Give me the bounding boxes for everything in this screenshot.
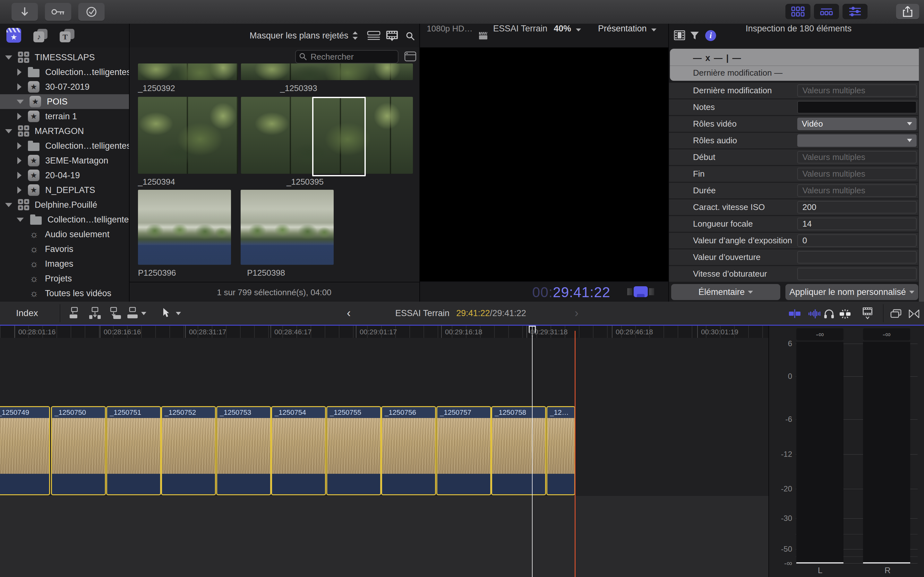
browser-search-button[interactable]	[405, 31, 415, 42]
sidebar-item-images[interactable]: ☼Images	[0, 256, 129, 271]
sidebar-item-pois[interactable]: ★POIS	[0, 94, 129, 109]
sidebar-item-30-07-2019[interactable]: ★30-07-2019	[0, 79, 129, 94]
disclosure-triangle-icon[interactable]	[17, 172, 21, 179]
panel-divider[interactable]	[129, 47, 129, 301]
disclosure-triangle-icon[interactable]	[5, 203, 12, 207]
video-roles-select[interactable]: Vidéo	[797, 118, 917, 130]
disclosure-triangle-icon[interactable]	[17, 157, 21, 164]
timeline-clip[interactable]: _12…	[546, 406, 575, 495]
timeline-clip[interactable]: _1250753	[216, 406, 271, 495]
sidebar-item-collections-2[interactable]: Collection…telligentes	[0, 139, 129, 153]
browser-search-field[interactable]	[295, 50, 399, 63]
playhead[interactable]	[532, 326, 533, 577]
sidebar-item-projets[interactable]: ☼Projets	[0, 271, 129, 286]
filmstrip-thumbnail[interactable]	[138, 63, 238, 80]
filmstrip-view-button[interactable]	[386, 30, 399, 43]
tool-pointer-button[interactable]	[162, 308, 170, 319]
sidebar-item-terrain-1[interactable]: ★terrain 1	[0, 109, 129, 124]
field-value[interactable]: Valeurs multiples	[797, 184, 917, 197]
timeline-clip[interactable]: _1250749	[0, 406, 50, 495]
sidebar-item-20-04-19[interactable]: ★20-04-19	[0, 168, 129, 183]
sidebar-item-collections-3[interactable]: Collection…telligentes	[0, 212, 129, 227]
connect-edit-button[interactable]	[68, 307, 81, 321]
previous-project-button[interactable]: ‹	[347, 301, 351, 325]
solo-toggle[interactable]	[823, 309, 835, 320]
panel-divider[interactable]	[419, 47, 420, 301]
show-browser-toggle[interactable]	[785, 4, 811, 19]
snapping-toggle[interactable]	[838, 309, 852, 320]
search-input[interactable]	[310, 52, 395, 62]
filmstrip-thumbnail[interactable]	[241, 63, 413, 80]
inspector-scrollbar[interactable]	[919, 47, 924, 301]
inspector-info-tab[interactable]: i	[705, 30, 716, 41]
viewer-timecode[interactable]: 00:29:41:22	[532, 284, 610, 300]
timeline-clip[interactable]: _1250754	[271, 406, 326, 495]
apply-custom-name-dropdown[interactable]: Appliquer le nom personnalisé	[785, 284, 918, 300]
next-project-button[interactable]: ›	[575, 301, 578, 325]
field-value[interactable]	[797, 251, 917, 263]
timeline-clip[interactable]: _1250758	[491, 406, 546, 495]
timeline-clip[interactable]: _1250756	[381, 406, 436, 495]
disclosure-triangle-icon[interactable]	[17, 83, 21, 90]
inspector-video-tab[interactable]	[674, 30, 685, 42]
tab-photos-audio[interactable]: ♪	[33, 29, 49, 43]
field-value[interactable]	[797, 268, 917, 280]
sidebar-item-delphine-pouille[interactable]: ★★★★Delphine.Pouillé	[0, 197, 129, 212]
insert-edit-button[interactable]	[89, 307, 102, 321]
timeline-clip[interactable]: _1250751	[106, 406, 161, 495]
disclosure-triangle-icon[interactable]	[5, 129, 12, 133]
tab-libraries[interactable]: ★	[6, 28, 21, 43]
panel-divider[interactable]	[668, 47, 669, 301]
clip-thumbnail[interactable]	[138, 190, 231, 265]
filmstrip-thumbnail[interactable]	[138, 97, 238, 174]
timeline-track-area[interactable]: _1250749 _1250750 _1250751 _1250752 _125…	[0, 338, 768, 577]
disclosure-triangle-icon[interactable]	[17, 142, 21, 149]
field-value[interactable]: Valeurs multiples	[797, 84, 917, 97]
share-button[interactable]	[896, 4, 919, 19]
show-timeline-toggle[interactable]	[814, 4, 839, 19]
overwrite-edit-button[interactable]	[126, 307, 139, 321]
field-value[interactable]: 200	[797, 201, 917, 213]
clip-filter-dropdown[interactable]: Masquer les plans rejetés	[250, 24, 359, 47]
field-value[interactable]: 0	[797, 234, 917, 247]
field-value[interactable]: Valeurs multiples	[797, 168, 917, 180]
notes-input[interactable]	[797, 101, 917, 113]
disclosure-triangle-icon[interactable]	[17, 69, 21, 76]
sidebar-item-martagon[interactable]: ★★★★MARTAGON	[0, 124, 129, 139]
chevron-down-icon[interactable]	[141, 312, 146, 315]
timeline-ruler[interactable]: 00:28:01:16 00:28:16:16 00:28:31:17 00:2…	[0, 326, 768, 338]
viewer-zoom-dropdown[interactable]: 40%	[554, 24, 581, 47]
sidebar-item-timessslaps[interactable]: ★★★★TIMESSSLAPS	[0, 50, 129, 65]
show-inspector-toggle[interactable]	[843, 4, 867, 19]
viewer-view-dropdown[interactable]: Présentation	[598, 24, 656, 47]
disclosure-triangle-icon[interactable]	[17, 187, 21, 193]
clip-thumbnail[interactable]	[241, 190, 334, 265]
sidebar-item-n-deplats[interactable]: ★N_DEPLATS	[0, 183, 129, 197]
keywords-button[interactable]	[45, 3, 71, 21]
sidebar-item-collections-1[interactable]: Collection…telligentes	[0, 65, 129, 79]
field-value[interactable]: 14	[797, 218, 917, 230]
disclosure-triangle-icon[interactable]	[17, 218, 24, 222]
timeline-clip[interactable]: _1250755	[326, 406, 381, 495]
field-value[interactable]: Valeurs multiples	[797, 151, 917, 163]
disclosure-triangle-icon[interactable]	[17, 100, 24, 104]
filter-window-button[interactable]	[404, 51, 417, 63]
list-view-button[interactable]	[367, 31, 381, 42]
disclosure-triangle-icon[interactable]	[17, 113, 21, 120]
sidebar-item-favoris[interactable]: ☼Favoris	[0, 242, 129, 256]
index-button[interactable]: Index	[16, 301, 38, 325]
skimming-toggle[interactable]	[788, 309, 801, 319]
background-tasks-button[interactable]	[78, 3, 105, 21]
disclosure-triangle-icon[interactable]	[5, 55, 12, 60]
audio-roles-select[interactable]	[797, 134, 917, 147]
sidebar-item-audio-seulement[interactable]: ☼Audio seulement	[0, 227, 129, 242]
sidebar-item-3eme-martagon[interactable]: ★3EME-Martagon	[0, 153, 129, 168]
audio-skimming-toggle[interactable]	[808, 309, 821, 319]
sidebar-item-toutes-les-videos[interactable]: ☼Toutes les vidéos	[0, 286, 129, 301]
metadata-view-dropdown[interactable]: Élémentaire	[671, 284, 780, 300]
transitions-browser-button[interactable]	[908, 309, 920, 320]
append-edit-button[interactable]	[109, 307, 121, 321]
timeline-clip[interactable]: _1250757	[436, 406, 491, 495]
secondary-storyline-button[interactable]	[890, 309, 902, 319]
clip-appearance-button[interactable]	[862, 307, 873, 321]
